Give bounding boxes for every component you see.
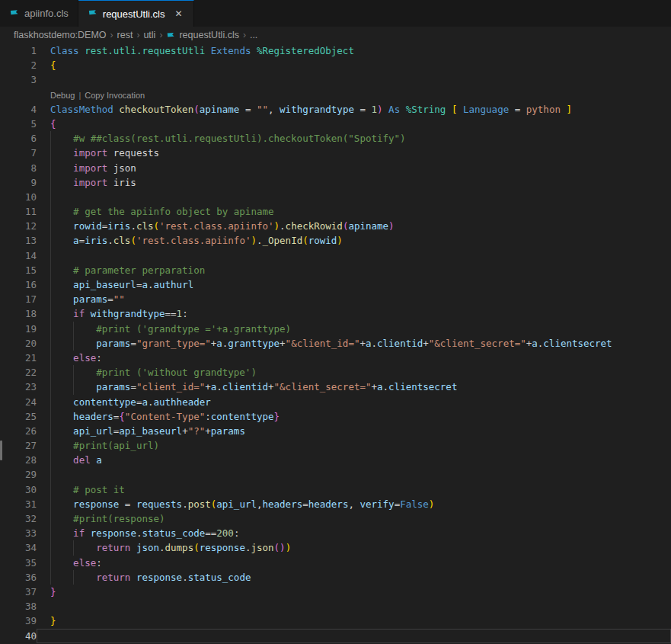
code-token: cls — [136, 220, 154, 232]
code-line-content: Debug|Copy Invocation — [50, 88, 671, 102]
code-line[interactable]: 14 — [0, 248, 671, 263]
code-line[interactable]: 23 params="client_id="+a.clientid+"&clie… — [0, 380, 671, 394]
code-token — [400, 104, 406, 115]
code-line[interactable]: 36 return response.status_code — [0, 570, 671, 585]
code-token — [85, 527, 91, 539]
code-token — [50, 425, 73, 437]
tab-label: apiinfo.cls — [24, 8, 69, 19]
code-editor[interactable]: 1Class rest.utli.requestUtli Extends %Re… — [0, 43, 671, 644]
code-line[interactable]: 4ClassMethod checkoutToken(apiname = "",… — [0, 102, 671, 117]
code-token: # post it — [50, 484, 125, 495]
code-line[interactable]: 26 api_url=api_baseurl+"?"+params — [0, 424, 671, 438]
breadcrumb: flaskhostdemo:DEMO › rest › utli › reque… — [0, 27, 671, 43]
tab-apiinfo[interactable]: apiinfo.cls — [0, 0, 78, 27]
code-line[interactable]: 10 — [0, 190, 671, 204]
code-token: + — [359, 338, 366, 349]
code-line[interactable]: 7 import requests — [0, 146, 671, 160]
breadcrumb-item-utli[interactable]: utli — [143, 30, 155, 40]
breadcrumb-item-package[interactable]: flaskhostdemo:DEMO — [14, 30, 107, 40]
code-token: contenttype — [73, 396, 136, 408]
code-line[interactable]: 2{ — [0, 58, 671, 72]
code-line[interactable]: 17 params="" — [0, 292, 671, 306]
code-line[interactable]: 33 if response.status_code==200: — [0, 526, 671, 540]
breadcrumb-item-symbol[interactable]: ... — [250, 30, 257, 40]
code-line[interactable]: 21 else: — [0, 351, 671, 365]
code-line[interactable]: 37} — [0, 585, 671, 599]
code-line[interactable]: 18 if withgrandtype==1: — [0, 306, 671, 321]
code-token: status_code — [142, 527, 205, 539]
code-line[interactable]: 40 — [0, 629, 671, 643]
code-line[interactable]: 12 rowid=iris.cls('rest.class.apiinfo').… — [0, 219, 671, 233]
code-line[interactable]: 35 else: — [0, 556, 671, 570]
line-number: 29 — [0, 467, 37, 482]
tab-requestutli[interactable]: requestUtli.cls ✕ — [78, 0, 195, 27]
codelens-row[interactable]: Debug|Copy Invocation — [0, 88, 671, 102]
indent-guide — [50, 175, 51, 190]
line-number: 18 — [0, 306, 37, 321]
code-token: json — [107, 162, 136, 174]
gutter-spacer — [37, 161, 50, 175]
code-line[interactable]: 38 — [0, 599, 671, 614]
code-line[interactable]: 29 — [0, 467, 671, 482]
code-line[interactable]: 11 # get the apiinfo object by apiname — [0, 204, 671, 219]
code-line[interactable]: 39} — [0, 614, 671, 628]
code-token — [205, 45, 211, 56]
code-line-content: params="client_id="+a.clientid+"&client_… — [50, 380, 671, 394]
breadcrumb-item-file[interactable]: requestUtli.cls — [179, 30, 239, 40]
code-line[interactable]: 22 #print ('without grandtype') — [0, 365, 671, 380]
code-line[interactable]: 34 return json.dumps(response.json()) — [0, 540, 671, 555]
code-line[interactable]: 13 a=iris.cls('rest.class.apiinfo')._Ope… — [0, 233, 671, 248]
code-line[interactable]: 32 #print(response) — [0, 511, 671, 526]
indent-guide — [50, 511, 51, 526]
code-line[interactable]: 15 # parameter perparation — [0, 263, 671, 277]
code-area: 1Class rest.utli.requestUtli Extends %Re… — [0, 43, 671, 643]
code-token: = — [130, 381, 136, 392]
code-token: . — [182, 498, 188, 510]
chevron-right-icon: › — [243, 30, 246, 40]
code-token: = — [354, 104, 372, 115]
line-number: 25 — [0, 409, 37, 424]
code-token: == — [205, 527, 216, 539]
code-line[interactable]: 30 # post it — [0, 482, 671, 497]
code-line[interactable]: 6 #w ##class(rest.utli.requestUtli).chec… — [0, 131, 671, 146]
code-line[interactable]: 5{ — [0, 117, 671, 131]
code-token: ( — [274, 542, 280, 553]
code-line-content — [50, 599, 671, 614]
code-token: api_baseurl — [73, 279, 136, 290]
code-line[interactable]: 25 headers={"Content-Type":contenttype} — [0, 409, 671, 424]
close-icon[interactable]: ✕ — [172, 8, 184, 19]
code-line[interactable]: 28 del a — [0, 453, 671, 467]
gutter-spacer — [37, 131, 50, 146]
code-line[interactable]: 31 response = requests.post(api_url,head… — [0, 497, 671, 511]
gutter-spacer — [37, 467, 50, 482]
line-number: 17 — [0, 292, 37, 306]
breadcrumb-item-rest[interactable]: rest — [117, 30, 133, 40]
code-line[interactable]: 20 params="grant_type="+a.granttype+"&cl… — [0, 336, 671, 351]
code-line[interactable]: 1Class rest.utli.requestUtli Extends %Re… — [0, 43, 671, 58]
code-line[interactable]: 8 import json — [0, 161, 671, 175]
code-token: %String — [406, 104, 446, 115]
codelens-link-debug[interactable]: Debug — [50, 91, 75, 100]
code-line[interactable]: 9 import iris — [0, 175, 671, 190]
indent-guide — [50, 190, 51, 204]
code-line[interactable]: 3 — [0, 72, 671, 87]
codelens-link-copy-invocation[interactable]: Copy Invocation — [85, 91, 145, 100]
indent-guide — [50, 351, 51, 365]
gutter-spacer — [37, 556, 50, 570]
indent-guide — [50, 336, 51, 351]
indent-guide — [50, 277, 51, 292]
code-token: . — [383, 381, 389, 392]
code-line[interactable]: 24 contenttype=a.authheader — [0, 395, 671, 409]
code-token: "" — [257, 104, 268, 115]
code-token: python — [526, 104, 561, 115]
code-line-content: #print ('grandtype ='+a.granttype) — [50, 322, 671, 336]
code-line-content: contenttype=a.authheader — [50, 395, 671, 409]
code-line-content — [50, 72, 671, 87]
code-line[interactable]: 19 #print ('grandtype ='+a.granttype) — [0, 322, 671, 336]
code-token: { — [119, 411, 125, 422]
code-line[interactable]: 16 api_baseurl=a.authurl — [0, 277, 671, 292]
code-token: ) — [286, 542, 292, 553]
line-number: 34 — [0, 540, 37, 555]
code-token: "&client_secret=" — [274, 381, 372, 392]
code-line[interactable]: 27 #print(api_url) — [0, 438, 671, 453]
